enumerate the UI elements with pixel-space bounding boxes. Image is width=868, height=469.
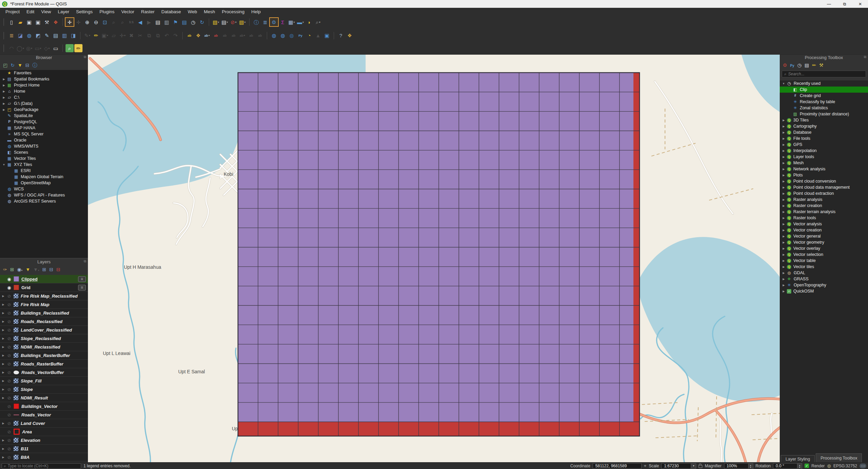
layer-item-b11[interactable]: ▶⊘B11 — [0, 445, 88, 453]
expander-icon[interactable]: ▶ — [1, 84, 6, 87]
toolbox-item-create-grid[interactable]: #Create grid — [780, 93, 868, 99]
open-attribute-table-button[interactable]: ▦▾ — [288, 18, 296, 26]
expander-icon[interactable]: ▶ — [781, 131, 786, 134]
layer-item-landcover-reclassified[interactable]: ▶⊘LandCover_Reclassified — [0, 326, 88, 334]
save-project-as-button[interactable]: ▣ — [34, 18, 42, 26]
chevron-down-icon[interactable]: ▼ — [691, 463, 696, 469]
toolbox-item-reclassify-by-table[interactable]: ✳Reclassify by table — [780, 99, 868, 105]
coordinate-input[interactable]: 581122, 9681589 — [593, 463, 642, 469]
redo-button[interactable]: ↷ — [171, 32, 180, 40]
toolbox-item-clip[interactable]: ◧Clip — [780, 87, 868, 93]
toolbox-item-mesh[interactable]: ▶QMesh — [780, 160, 868, 166]
layer-item-buildings-vector[interactable]: ⊘Buildings_Vector — [0, 402, 88, 411]
toolbox-options-button[interactable]: ⚒ — [819, 63, 824, 68]
scale-lock-icon[interactable] — [699, 465, 702, 468]
messages-button[interactable]: ⋯ — [860, 464, 866, 468]
layer-item-roads-rasterbuffer[interactable]: ▶⊘Roads_RasterBuffer — [0, 360, 88, 368]
chart-plugin-button[interactable]: ◔ — [305, 32, 313, 40]
expander-icon[interactable]: ▶ — [1, 439, 6, 442]
add-vector-layer-button[interactable]: ◪ — [16, 32, 24, 40]
add-delimited-text-layer-button[interactable]: ✎ — [43, 32, 51, 40]
new-map-view-button[interactable]: ▤ — [154, 18, 162, 26]
chevron-down-icon[interactable]: ▾ — [235, 21, 237, 24]
restore-button[interactable]: ⧉ — [837, 0, 852, 8]
chevron-down-icon[interactable]: ▾ — [244, 21, 246, 24]
browser-filter-button[interactable]: ▼ — [18, 63, 22, 68]
expander-icon[interactable]: ▶ — [781, 210, 786, 213]
toolbox-item-recently-used[interactable]: ▼◷Recently used — [780, 80, 868, 87]
expander-icon[interactable]: ▶ — [781, 235, 786, 238]
layer-item-buildings-rasterbuffer[interactable]: ▶⊘Buildings_RasterBuffer — [0, 351, 88, 360]
cut-features-button[interactable]: ✂ — [136, 32, 144, 40]
browser-item-openstreetmap[interactable]: ▦OpenStreetMap — [0, 180, 88, 186]
minimize-button[interactable]: — — [821, 0, 837, 8]
browser-add-selected-layers-button[interactable]: ◰ — [3, 63, 7, 68]
tab-layer-styling[interactable]: Layer Styling — [781, 455, 815, 463]
browser-item-home[interactable]: ▶⌂Home — [0, 88, 88, 94]
expander-icon[interactable]: ▶ — [781, 217, 786, 220]
render-checkbox[interactable]: ✓ — [805, 464, 809, 468]
menu-help[interactable]: Help — [248, 9, 264, 14]
toolbox-item-vector-selection[interactable]: ▶QVector selection — [780, 251, 868, 258]
expander-icon[interactable]: ▶ — [1, 320, 6, 323]
add-mesh-layer-button[interactable]: ◩ — [34, 32, 42, 40]
toolbox-python-button[interactable]: Py — [790, 63, 794, 68]
toolbox-item-vector-overlay[interactable]: ▶QVector overlay — [780, 245, 868, 251]
add-spatialite-layer-button[interactable]: ▤ — [52, 32, 60, 40]
float-panel-icon[interactable]: ⧉ — [84, 55, 86, 59]
new-spatial-bookmark-button[interactable]: ⚑ — [171, 18, 180, 26]
interpolation-plugin-button[interactable]: ▲ — [314, 32, 322, 40]
expander-icon[interactable]: ▶ — [1, 312, 6, 315]
layer-item-roads-vector[interactable]: ⊘Roads_Vector — [0, 411, 88, 419]
new-3d-map-view-button[interactable]: ▥ — [163, 18, 171, 26]
visibility-eye-on-icon[interactable]: ◉ — [6, 277, 13, 282]
crs-status[interactable]: EPSG:32752 — [833, 464, 857, 468]
menu-web[interactable]: Web — [184, 9, 201, 14]
expander-icon[interactable]: ▼ — [781, 82, 786, 85]
expander-icon[interactable]: ▶ — [1, 362, 6, 365]
layer-diagram-button[interactable]: ❖ — [194, 32, 202, 40]
map-canvas[interactable]: KobiUpt H MarasahuaUpt L LeawaiUpt E Sam… — [88, 54, 780, 463]
menu-project[interactable]: Project — [2, 9, 23, 14]
layer-item-land-cover[interactable]: ▶⊘Land Cover — [0, 419, 88, 428]
expander-icon[interactable]: ▶ — [781, 162, 786, 165]
expander-icon[interactable]: ▶ — [781, 271, 786, 275]
select-features-tool[interactable]: ▧▾ — [212, 18, 220, 26]
visibility-eye-off-icon[interactable]: ⊘ — [6, 302, 13, 307]
layer-item-fire-risk-map[interactable]: ▶⊘Fire Risk Map — [0, 300, 88, 309]
expander-icon[interactable]: ▶ — [781, 198, 786, 201]
toolbox-item-vector-tiles[interactable]: ▶QVector tiles — [780, 264, 868, 270]
browser-refresh-button[interactable]: ↻ — [11, 63, 15, 68]
temporary-scratch-layer-icon[interactable]: ≣ — [78, 285, 86, 290]
paste-features-button[interactable]: ⧉ — [154, 32, 162, 40]
wms-browser-button[interactable]: ◍ — [279, 32, 287, 40]
add-group-button[interactable]: ⊞ — [10, 267, 14, 272]
open-layer-styling-panel-button[interactable]: ✑ — [3, 267, 7, 272]
chevron-down-icon[interactable]: ▾ — [38, 269, 39, 271]
browser-item-scenes[interactable]: ◧Scenes — [0, 149, 88, 155]
browser-item-ms-sql-server[interactable]: »MS SQL Server — [0, 131, 88, 137]
expander-icon[interactable]: ▶ — [1, 108, 6, 111]
move-feature-tool[interactable]: ✛▾ — [118, 32, 127, 40]
temporal-controller-button[interactable]: ◷ — [189, 18, 197, 26]
expander-icon[interactable]: ▶ — [1, 422, 6, 425]
expander-icon[interactable]: ▶ — [1, 447, 6, 450]
expander-icon[interactable]: ▶ — [1, 371, 6, 374]
zoom-to-layer-button[interactable]: ⌕ — [118, 18, 127, 26]
toolbox-item-grass[interactable]: ▶❖GRASS — [780, 276, 868, 282]
menu-database[interactable]: Database — [158, 9, 184, 14]
browser-item-g-data[interactable]: ▶▱G:\ (Data) — [0, 100, 88, 107]
layer-item-clipped[interactable]: ◉Clipped≣ — [0, 275, 88, 283]
expander-icon[interactable]: ▶ — [781, 278, 786, 281]
processing-toolbox-button[interactable]: ⚙ — [270, 18, 278, 26]
expander-icon[interactable]: ▶ — [781, 253, 786, 256]
expander-icon[interactable]: ▶ — [1, 295, 6, 298]
digitize-circle-tool[interactable]: ◯▾ — [16, 44, 24, 52]
toolbox-item-gps[interactable]: ▶QGPS — [780, 142, 868, 148]
save-project-button[interactable]: ▣ — [25, 18, 33, 26]
zoom-in-tool[interactable]: ⊕ — [83, 18, 91, 26]
close-button[interactable]: ✕ — [852, 0, 868, 8]
expander-icon[interactable]: ▶ — [1, 345, 6, 349]
visibility-eye-off-icon[interactable]: ⊘ — [6, 404, 13, 409]
visibility-eye-off-icon[interactable]: ⊘ — [6, 311, 13, 316]
